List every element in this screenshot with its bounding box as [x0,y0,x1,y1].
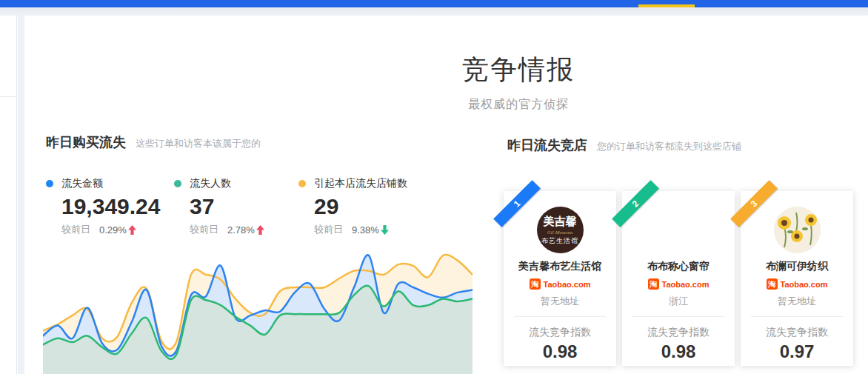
competition-index-value: 0.98 [622,341,735,362]
top-nav-bar[interactable] [0,0,868,7]
metric-label: 引起本店流失店铺数 [314,177,407,190]
legend-dot-lost-visitors [174,180,181,187]
section-lost-competitors-header: 昨日流失竞店您的订单和访客都流失到这些店铺 [507,136,741,154]
change-percent: 9.38% [352,224,379,236]
store-name[interactable]: 美吉馨布艺生活馆 [504,260,616,273]
store-name[interactable]: 布布称心窗帘 [622,260,735,273]
avatar-line: 布艺生活馆 [541,236,578,246]
taobao-label: Taobao.com [544,280,591,289]
metric-label: 流失金额 [61,177,103,190]
platform-row: 淘 Taobao.com [622,278,735,290]
competitor-card-1[interactable]: 1 美吉馨 Gil Museum 布艺生活馆 美吉馨布艺生活馆 淘 Taobao… [504,191,616,366]
loss-trend-chart[interactable] [43,247,473,374]
competition-index-label: 流失竞争指数 [741,326,853,339]
rank-ribbon: 3 [730,180,778,227]
lost-competitors-title: 昨日流失竞店 [507,138,587,153]
rank-ribbon: 1 [493,180,541,227]
left-rail-divider [0,96,16,97]
card-divider [514,316,606,317]
avatar-line: Gil Museum [547,230,572,236]
legend-dot-lost-amount [46,180,53,187]
card-divider [751,316,843,317]
metric-lost-visitors: 流失人数 37 较前日 2.78% [174,177,264,236]
legend-dot-causing-stores [298,180,306,187]
page-header: 竞争情报 最权威的官方侦探 [318,52,718,113]
avatar-line: 美吉馨 [544,215,577,229]
store-location: 暂无地址 [741,295,853,308]
competition-index-label: 流失竞争指数 [504,326,616,339]
metric-causing-stores: 引起本店流失店铺数 29 较前日 9.38% [298,177,407,236]
competitor-card-list: 1 美吉馨 Gil Museum 布艺生活馆 美吉馨布艺生活馆 淘 Taobao… [504,191,853,366]
toolbar-strip [0,7,868,16]
store-location: 浙江 [622,295,735,308]
taobao-icon: 淘 [530,278,541,290]
compare-label: 较前日 [61,223,90,236]
change-percent: 0.29% [99,224,127,236]
store-avatar: 美吉馨 Gil Museum 布艺生活馆 [537,207,584,253]
lost-competitors-subtitle: 您的订单和访客都流失到这些店铺 [597,141,741,152]
trend-down-icon [381,225,389,235]
store-location: 暂无地址 [504,295,616,308]
rank-ribbon: 2 [612,180,659,227]
card-divider [632,316,724,317]
competitor-card-2[interactable]: 2 布布称心窗帘 淘 Taobao.com 浙江 流失竞争指数 0.98 [622,191,735,366]
trend-up-icon [256,225,264,235]
compare-label: 较前日 [314,223,343,236]
taobao-icon: 淘 [767,278,778,290]
taobao-icon: 淘 [648,278,659,290]
store-avatar [655,207,702,253]
platform-row: 淘 Taobao.com [504,278,616,290]
sunflower-art [774,207,821,253]
taobao-label: Taobao.com [781,280,828,289]
compare-label: 较前日 [190,223,218,236]
left-rail [0,16,17,374]
metric-label: 流失人数 [190,177,231,190]
content-gutter [18,16,24,374]
competition-index-value: 0.97 [741,341,853,362]
change-percent: 2.78% [227,224,255,236]
trend-up-icon [128,225,136,235]
competitor-card-3[interactable]: 3 布澜可伊纺织 淘 Taobao.com 暂无地址 流失竞争指数 0.97 [741,191,853,366]
metric-value: 37 [190,194,264,219]
metric-lost-amount: 流失金额 19,349.24 较前日 0.29% [46,177,160,236]
store-name[interactable]: 布澜可伊纺织 [741,260,853,273]
metric-value: 19,349.24 [61,194,160,219]
purchase-loss-subtitle: 这些订单和访客本该属于您的 [136,138,261,149]
competition-index-value: 0.98 [504,341,616,362]
store-avatar [774,207,821,253]
page-title: 竞争情报 [318,52,718,88]
competition-index-label: 流失竞争指数 [622,326,735,339]
metric-value: 29 [314,194,407,219]
taobao-label: Taobao.com [662,280,710,289]
page-subtitle: 最权威的官方侦探 [318,97,718,113]
section-purchase-loss-header: 昨日购买流失这些订单和访客本该属于您的 [46,133,261,151]
platform-row: 淘 Taobao.com [741,278,853,290]
purchase-loss-title: 昨日购买流失 [46,135,126,150]
